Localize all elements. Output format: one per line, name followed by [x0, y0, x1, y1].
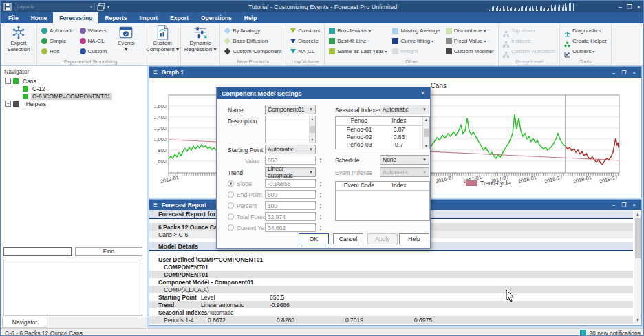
starting-point-label: Starting Point: [228, 147, 263, 154]
tab-file[interactable]: File: [2, 12, 25, 23]
ribbon-button-winters[interactable]: Winters: [78, 25, 109, 36]
find-input[interactable]: [3, 247, 72, 256]
ribbon-button-simple[interactable]: Simple: [39, 36, 76, 46]
ribbon-button-box-jenkins[interactable]: Box-Jenkins▾: [327, 25, 389, 36]
graph-maximize-button[interactable]: ❒: [621, 70, 626, 76]
report-scrollbar[interactable]: ▲ ▼: [634, 211, 641, 324]
expand-icon[interactable]: +: [5, 101, 11, 107]
qat-more-icon[interactable]: ▾: [107, 4, 109, 9]
ribbon-button-same-as-last-year[interactable]: Same as Last Year▾: [327, 46, 389, 56]
ribbon-button-fixed-value[interactable]: Fixed Value▾: [444, 36, 496, 46]
app-close-button[interactable]: ×: [637, 3, 641, 10]
scrollbar-thumb[interactable]: [635, 218, 641, 258]
report-maximize-button[interactable]: ❒: [621, 202, 626, 208]
svg-text:800: 800: [158, 147, 167, 154]
events-button[interactable]: Events ▾: [110, 24, 142, 52]
description-textarea[interactable]: ▲▼: [265, 116, 316, 143]
seasonal-indexes-combobox[interactable]: Automatic▼: [380, 105, 429, 114]
end-point-spinner: 600: [265, 190, 316, 199]
tab-import[interactable]: Import: [133, 12, 164, 23]
window-menu-icon[interactable]: ≡: [153, 69, 158, 76]
ribbon-button-curve-fitting[interactable]: Curve fitting▾: [390, 36, 442, 46]
seasonal-indexes-table[interactable]: Period Index Period-010.87Period-020.83P…: [335, 116, 430, 149]
ribbon-button-label: Discontinue: [454, 28, 483, 34]
ribbon-button-discrete[interactable]: Discrete: [288, 36, 322, 46]
notifications-icon: [580, 330, 586, 336]
dialog-close-icon[interactable]: ×: [418, 89, 427, 98]
dynamic-regression-button[interactable]: Dynamic Regression ▾: [183, 24, 217, 52]
tab-export[interactable]: Export: [164, 12, 195, 23]
cancel-button[interactable]: Cancel: [333, 233, 363, 244]
graph-minimize-button[interactable]: –: [612, 70, 615, 76]
layouts-dropdown[interactable]: Layouts ▾: [14, 3, 95, 10]
report-close-button[interactable]: ×: [632, 202, 636, 208]
help-button[interactable]: Help: [399, 233, 429, 244]
navigator-tab[interactable]: Navigator: [2, 317, 47, 328]
ribbon-button-bass-diffusion[interactable]: Bass Diffusion: [222, 36, 283, 46]
tri-icon: [290, 49, 296, 54]
group-label-exponential-smoothing: Exponential Smoothing: [39, 59, 142, 65]
scroll-up-icon[interactable]: ▲: [634, 211, 641, 218]
seasonal-index-row[interactable]: Period-030.7: [336, 141, 429, 149]
ribbon-button-custom-allocation: Custom Allocation: [501, 46, 557, 56]
save-icon[interactable]: [3, 3, 12, 11]
report-cell: Seasonal Indexes: [158, 309, 207, 316]
ribbon-button-label: Outliers: [572, 48, 592, 54]
ribbon-button-diagnostics[interactable]: Diagnostics: [562, 25, 609, 36]
tree-item-c-12[interactable]: C-12: [2, 85, 144, 92]
find-results-listbox[interactable]: [3, 260, 142, 316]
tree-item-c-6-comp-component01[interactable]: C-6 \COMP=COMPONENT01: [2, 92, 144, 100]
tree-item-cans[interactable]: −Cans: [2, 77, 144, 85]
ribbon-button-label: Fixed Value: [454, 38, 483, 44]
ribbon-button-custom-modifier[interactable]: Custom Modifier: [444, 46, 496, 56]
ribbon-button-create-helper[interactable]: Create Helper: [562, 36, 609, 46]
event-code-column-header: Event Code: [336, 182, 383, 190]
seasonal-index-row[interactable]: Period-020.83: [336, 134, 429, 141]
trend-combobox[interactable]: Linear automatic▼: [265, 167, 316, 177]
ribbon-button-na-cl[interactable]: NA-CL: [288, 46, 322, 56]
ribbon-button-moving-average[interactable]: Moving Average: [390, 25, 442, 36]
ribbon-button-holt[interactable]: Holt: [39, 46, 76, 56]
expert-selection-button[interactable]: Expert Selection: [3, 24, 34, 52]
starting-point-combobox[interactable]: Automatic▼: [265, 145, 316, 154]
tab-home[interactable]: Home: [25, 12, 54, 23]
name-combobox[interactable]: Component01▼: [265, 105, 316, 114]
collapse-icon[interactable]: −: [5, 78, 11, 84]
notifications-area[interactable]: 20 new notifications: [580, 330, 641, 336]
tab-reports[interactable]: Reports: [98, 12, 133, 23]
graph-close-button[interactable]: ×: [632, 70, 636, 76]
ribbon-button-custom-component[interactable]: Custom Component: [222, 46, 283, 56]
tab-forecasting[interactable]: Forecasting: [53, 12, 98, 23]
report-row: User Defined \COMP=COMPONENT01: [149, 255, 633, 263]
tree-item-helpers[interactable]: +_Helpers: [2, 100, 144, 107]
svg-text:600: 600: [158, 158, 167, 165]
ok-button[interactable]: OK: [299, 233, 329, 244]
schedule-combobox[interactable]: None▼: [380, 155, 429, 165]
slope-label: Slope: [237, 180, 252, 187]
scroll-down-icon[interactable]: ▼: [634, 317, 641, 324]
window-layout-icon[interactable]: [97, 3, 105, 11]
custom-component-button[interactable]: Custom Component ▾: [147, 24, 178, 52]
ribbon-button-best-fit-line[interactable]: Best-fit Line: [327, 36, 389, 46]
table-scrollbar[interactable]: ▲▼: [422, 117, 429, 149]
ribbon-button-custom[interactable]: Custom: [78, 46, 109, 56]
app-minimize-button[interactable]: –: [619, 3, 622, 10]
ribbon-button-outliers[interactable]: Outliers▾: [562, 46, 609, 56]
ribbon-button-discontinue[interactable]: Discontinue▾: [444, 25, 496, 36]
app-maximize-button[interactable]: ❒: [627, 3, 632, 10]
ribbon-button-crostons[interactable]: Crostons: [288, 25, 322, 36]
tab-operations[interactable]: Operations: [195, 12, 238, 23]
tab-help[interactable]: Help: [238, 12, 263, 23]
navigator-panel-title: Navigator: [4, 68, 29, 75]
hier-icon: [503, 48, 509, 54]
ribbon-button-by-analogy[interactable]: By Analogy: [222, 25, 283, 36]
window-menu-icon[interactable]: ≡: [153, 202, 158, 209]
seasonal-index-row[interactable]: Period-010.87: [336, 126, 429, 134]
report-minimize-button[interactable]: –: [612, 202, 615, 208]
ribbon-button-automatic[interactable]: Automatic: [39, 25, 76, 36]
textarea-scrollbar[interactable]: ▲▼: [309, 116, 315, 143]
ribbon-button-na-cl[interactable]: NA-CL: [78, 36, 109, 46]
chevron-down-icon: ▼: [422, 170, 427, 174]
find-button[interactable]: Find: [75, 247, 142, 256]
schedule-label: Schedule: [335, 157, 359, 164]
